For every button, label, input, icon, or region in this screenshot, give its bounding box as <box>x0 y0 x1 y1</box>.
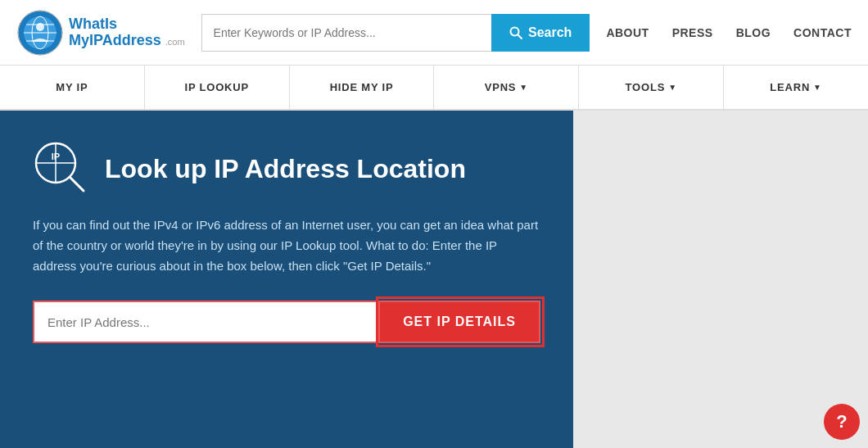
get-ip-details-button[interactable]: GET IP DETAILS <box>380 301 540 343</box>
nav-ip-lookup[interactable]: IP LOOKUP <box>145 66 290 109</box>
svg-line-9 <box>518 34 522 38</box>
logo[interactable]: WhatIs MyIPAddress .com <box>16 9 185 57</box>
logo-text: WhatIs MyIPAddress .com <box>69 16 185 49</box>
ip-address-input[interactable] <box>33 301 380 343</box>
learn-arrow: ▼ <box>813 83 822 92</box>
blue-panel: IP Look up IP Address Location If you ca… <box>0 111 573 448</box>
nav-tools[interactable]: TOOLS ▼ <box>579 66 724 109</box>
nav-blog[interactable]: BLOG <box>736 26 771 39</box>
nav-contact[interactable]: CONTACT <box>793 26 852 39</box>
search-button[interactable]: Search <box>491 14 590 52</box>
panel-title-area: IP Look up IP Address Location <box>33 140 540 197</box>
search-button-label: Search <box>528 25 572 40</box>
svg-point-7 <box>36 23 44 31</box>
main-navbar: MY IP IP LOOKUP HIDE MY IP VPNS ▼ TOOLS … <box>0 66 868 111</box>
ip-lookup-icon: IP <box>33 140 90 197</box>
search-input[interactable] <box>201 14 491 52</box>
panel-title: Look up IP Address Location <box>105 153 466 184</box>
svg-line-14 <box>70 178 84 191</box>
nav-learn[interactable]: LEARN ▼ <box>724 66 868 109</box>
nav-about[interactable]: ABOUT <box>606 26 649 39</box>
logo-icon <box>16 9 64 57</box>
main-content: IP Look up IP Address Location If you ca… <box>0 111 868 448</box>
nav-hide-my-ip[interactable]: HIDE MY IP <box>290 66 435 109</box>
panel-description: If you can find out the IPv4 or IPv6 add… <box>33 215 540 276</box>
search-icon <box>509 26 522 39</box>
nav-my-ip[interactable]: MY IP <box>0 66 145 109</box>
nav-press[interactable]: PRESS <box>672 26 713 39</box>
header: WhatIs MyIPAddress .com Search ABOUT PRE… <box>0 0 868 66</box>
top-nav: ABOUT PRESS BLOG CONTACT <box>606 26 852 39</box>
right-panel: ? <box>573 111 868 448</box>
tools-arrow: ▼ <box>668 83 677 92</box>
vpns-arrow: ▼ <box>519 83 528 92</box>
ip-input-row: GET IP DETAILS <box>33 301 540 343</box>
watermark-icon: ? <box>824 404 860 440</box>
search-bar: Search <box>201 14 590 52</box>
nav-vpns[interactable]: VPNS ▼ <box>434 66 579 109</box>
